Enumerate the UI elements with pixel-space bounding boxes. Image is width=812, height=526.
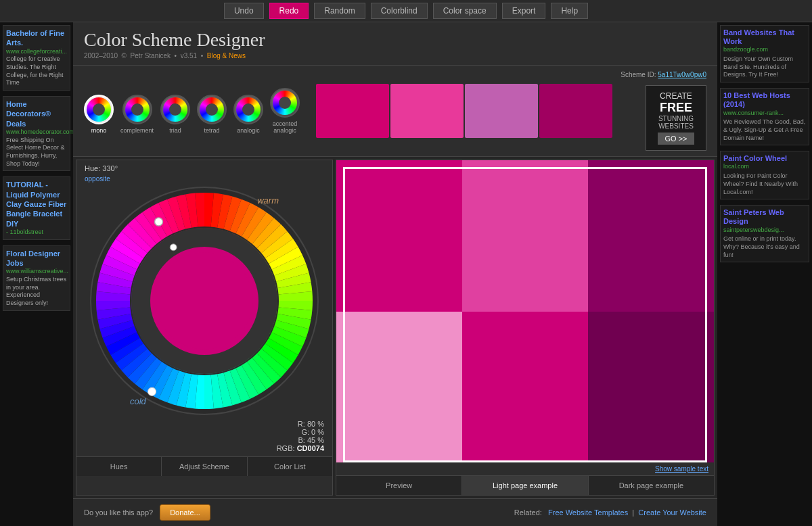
mode-icons: mono complement triad [84,88,300,134]
scheme-id-label: Scheme ID: [621,71,656,78]
undo-button[interactable]: Undo [224,3,264,19]
preview-swatch-2 [462,160,588,312]
swatch-2 [390,84,464,138]
mode-analogic[interactable]: analogic [233,95,263,134]
ad-text-2: Free Shipping On Select Home Decor & Fur… [6,137,67,168]
rgb-value: CD0074 [297,444,324,452]
tetrad-icon-circle [197,95,227,124]
donate-button[interactable]: Donate... [160,504,210,521]
cta-box: CREATE FREE STUNNING WEBSITES GO >> [646,85,706,151]
r-value: R: 80 % [85,420,324,428]
swatch-preview [316,84,612,138]
accented-label: accented analogic [273,120,298,134]
tetrad-wheel [200,97,224,122]
preview-tabs: Preview Light page example Dark page exa… [336,475,714,495]
svg-point-6 [170,244,177,251]
hue-label: Hue: 330° [76,160,332,174]
scheme-id-value[interactable]: 5a11Tw0w0pw0 [658,71,706,78]
accented-wheel [273,91,297,115]
right-ad-4[interactable]: Saint Peters Web Design saintpeterswebde… [720,205,809,262]
ad-url-1: www.collegeforcreati... [6,48,67,56]
preview-swatch-5 [462,312,588,463]
preview-swatch-3 [588,160,714,312]
right-ad-3[interactable]: Paint Color Wheel local.com Looking For … [720,151,809,199]
main-area: Bachelor of Fine Arts. www.collegeforcre… [0,22,812,526]
complement-icon-circle [122,95,152,124]
help-button[interactable]: Help [551,3,588,19]
ad-text-4: Setup Christmas trees in your area. Expe… [6,276,67,308]
complement-wheel [125,97,150,122]
app-title: Color Scheme Designer [84,29,706,51]
preview-swatch-4 [336,312,462,463]
rgb-display: R: 80 % G: 0 % B: 45 % RGB: CD0074 [76,416,332,456]
analogic-icon-circle [233,95,263,124]
right-ad-title-1: Band Websites That Work [723,28,806,46]
related-links: Related: Free Website Templates | Create… [514,508,706,517]
ad-block-3[interactable]: TUTORIAL - Liquid Polymer Clay Gauze Fib… [3,176,70,239]
export-button[interactable]: Export [502,3,546,19]
right-ad-1[interactable]: Band Websites That Work bandzoogle.com D… [720,25,809,82]
right-ad-title-2: 10 Best Web Hosts (2014) [723,91,806,109]
triad-label: triad [169,127,181,134]
scheme-id: Scheme ID: 5a11Tw0w0pw0 [621,71,706,78]
hue-text: Hue: [85,164,100,172]
redo-button[interactable]: Redo [269,3,309,19]
mode-accented[interactable]: accented analogic [270,88,300,134]
mode-tetrad[interactable]: tetrad [197,95,227,134]
show-sample-text-link[interactable]: Show sample text [655,465,708,473]
tool-area: Hue: 330° opposite [73,157,717,498]
cta-create: CREATE [653,91,699,101]
ad-block-4[interactable]: Floral Designer Jobs www.williamscreativ… [3,245,70,311]
warm-label: warm [257,195,279,206]
colorblind-button[interactable]: Colorblind [371,3,428,19]
ad-title-2: Home Decorators® Deals [6,99,67,128]
ad-title-4: Floral Designer Jobs [6,249,67,268]
ad-title-1: Bachelor of Fine Arts. [6,28,67,48]
right-ad-url-3: local.com [723,163,806,171]
left-tool-panel: Hue: 330° opposite [76,160,333,496]
b-value: B: 45 % [85,436,324,444]
right-ad-text-3: Looking For Paint Color Wheel? Find It N… [723,172,806,196]
scheme-info: Scheme ID: 5a11Tw0w0pw0 CREATE FREE STUN… [621,71,706,151]
swatch-3 [465,84,538,138]
related-link-2[interactable]: Create Your Website [638,508,706,517]
donate-area: Do you like this app? Donate... [84,504,210,521]
tab-preview[interactable]: Preview [336,476,462,495]
mode-mono[interactable]: mono [84,95,114,134]
mono-wheel [87,97,111,122]
ad-block-1[interactable]: Bachelor of Fine Arts. www.collegeforcre… [3,25,70,91]
version: v3.51 [181,52,197,59]
tab-hues[interactable]: Hues [76,457,162,476]
tab-dark-page[interactable]: Dark page example [589,476,714,495]
cta-go-button[interactable]: GO >> [658,133,694,145]
mode-complement[interactable]: complement [120,95,154,134]
swatch-1 [316,84,389,138]
ad-block-2[interactable]: Home Decorators® Deals www.homedecorator… [3,96,70,171]
random-button[interactable]: Random [314,3,365,19]
color-wheel-container[interactable]: warm cold [89,186,319,416]
ad-url-4: www.williamscreative... [6,268,67,276]
right-ad-text-1: Design Your Own Custom Band Site. Hundre… [723,55,806,79]
right-preview-panel: Show sample text Preview Light page exam… [336,160,715,496]
related-link-1[interactable]: Free Website Templates [548,508,628,517]
tab-adjust[interactable]: Adjust Scheme [162,457,247,476]
cta-free: FREE [653,101,699,115]
right-ad-url-2: www.consumer-rank... [723,110,806,118]
g-value: G: 0 % [85,428,324,436]
swatch-4 [539,84,612,138]
cold-label: cold [130,396,146,406]
donate-question: Do you like this app? [84,508,153,517]
opposite-link-container: opposite [76,174,332,186]
complement-label: complement [120,127,154,134]
right-ad-2[interactable]: 10 Best Web Hosts (2014) www.consumer-ra… [720,88,809,145]
blog-link[interactable]: Blog & News [207,52,246,59]
color-wheel-svg [89,186,319,416]
colorspace-button[interactable]: Color space [433,3,497,19]
svg-point-4 [156,252,253,350]
mode-triad[interactable]: triad [160,95,190,134]
analogic-wheel [236,97,261,122]
tab-colorlist[interactable]: Color List [248,457,332,476]
tab-light-page[interactable]: Light page example [462,476,588,495]
right-ad-url-1: bandzoogle.com [723,46,806,54]
opposite-link[interactable]: opposite [85,175,110,183]
